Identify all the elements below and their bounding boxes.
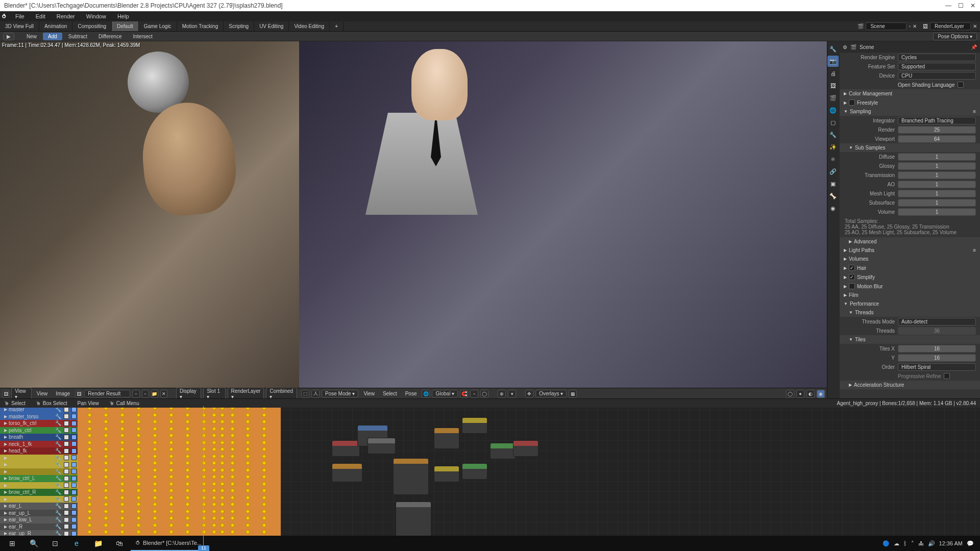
- keyframe[interactable]: [136, 522, 141, 528]
- keyframe[interactable]: [212, 516, 217, 521]
- channel-label[interactable]: ▶neck_1_fk🔧: [0, 441, 78, 448]
- keyframe[interactable]: [212, 426, 217, 431]
- dope-channel-row[interactable]: ▶head_fk🔧: [0, 447, 281, 455]
- section-hair[interactable]: ▶Hair: [840, 263, 980, 272]
- keyframe[interactable]: [104, 509, 109, 514]
- keyframe[interactable]: [202, 426, 207, 431]
- keyframe[interactable]: [185, 495, 190, 500]
- keyframe[interactable]: [153, 467, 158, 472]
- channel-track[interactable]: [78, 516, 281, 523]
- keyframe[interactable]: [169, 461, 174, 466]
- keyframe[interactable]: [169, 530, 174, 535]
- channel-label[interactable]: ▶🔧: [0, 455, 78, 462]
- img-image-label[interactable]: Image: [53, 391, 73, 396]
- dope-channel-row[interactable]: ▶ear_L🔧: [0, 503, 281, 510]
- gizmo-icon[interactable]: ✥: [525, 390, 533, 398]
- keyframe[interactable]: [220, 495, 225, 500]
- keyframe[interactable]: [220, 522, 225, 528]
- armature-icon[interactable]: 人: [311, 390, 320, 398]
- keyframe[interactable]: [246, 447, 251, 452]
- freestyle-checkbox[interactable]: [849, 99, 855, 106]
- subsurface-field[interactable]: 1: [898, 199, 976, 207]
- keyframe[interactable]: [136, 509, 141, 514]
- keyframe[interactable]: [87, 412, 92, 417]
- editor-type-3d-icon[interactable]: ⬚: [301, 390, 309, 398]
- section-subsamples[interactable]: ▼Sub Samples: [840, 143, 980, 152]
- dope-channel-row[interactable]: ▶breath🔧: [0, 434, 281, 441]
- keyframe[interactable]: [246, 502, 251, 507]
- keyframe[interactable]: [104, 412, 109, 417]
- keyframe[interactable]: [87, 502, 92, 507]
- img-view-label[interactable]: View: [34, 391, 51, 396]
- keyframe[interactable]: [212, 530, 217, 535]
- keyframe[interactable]: [153, 474, 158, 480]
- prop-edit-icon[interactable]: ◯: [480, 390, 488, 398]
- xray-icon[interactable]: ▦: [569, 390, 577, 398]
- section-light-paths[interactable]: ▶Light Paths≡: [840, 246, 980, 255]
- keyframe[interactable]: [169, 412, 174, 417]
- keyframe[interactable]: [169, 522, 174, 528]
- keyframe[interactable]: [202, 447, 207, 452]
- orientation-icon[interactable]: 🌐: [422, 390, 430, 398]
- keyframe[interactable]: [169, 454, 174, 459]
- keyframe[interactable]: [230, 530, 235, 535]
- keyframe[interactable]: [202, 502, 207, 507]
- channel-track[interactable]: [78, 496, 281, 503]
- keyframe[interactable]: [185, 488, 190, 493]
- keyframe[interactable]: [246, 440, 251, 445]
- keyframe[interactable]: [202, 474, 207, 480]
- tray-onedrive-icon[interactable]: ☁: [894, 540, 899, 547]
- keyframe[interactable]: [262, 488, 267, 493]
- channel-track[interactable]: [78, 482, 281, 489]
- keyframe[interactable]: [230, 433, 235, 438]
- keyframe[interactable]: [87, 516, 92, 521]
- channel-label[interactable]: ▶ear_low_L🔧: [0, 516, 78, 523]
- keyframe[interactable]: [87, 481, 92, 486]
- tab-scene-icon[interactable]: 🎬: [827, 92, 839, 104]
- keyframe[interactable]: [212, 522, 217, 528]
- channel-label[interactable]: ▶torso_fk_ctrl🔧: [0, 420, 78, 427]
- keyframe[interactable]: [87, 419, 92, 424]
- tool-add[interactable]: Add: [43, 33, 62, 40]
- section-freestyle[interactable]: ▶Freestyle: [840, 98, 980, 107]
- channel-label[interactable]: ▶🔧: [0, 468, 78, 475]
- channel-track[interactable]: [78, 461, 281, 468]
- keyframe[interactable]: [230, 488, 235, 493]
- keyframe[interactable]: [87, 522, 92, 528]
- keyframe[interactable]: [87, 530, 92, 535]
- channel-track[interactable]: [78, 447, 281, 455]
- pivot-icon[interactable]: ⊕: [498, 390, 506, 398]
- keyframe[interactable]: [153, 447, 158, 452]
- tab-viewlayer-icon[interactable]: 🖼: [827, 80, 839, 91]
- diffuse-field[interactable]: 1: [898, 153, 976, 161]
- dope-channel-row[interactable]: ▶pelvis_ctrl🔧: [0, 427, 281, 434]
- keyframe[interactable]: [246, 474, 251, 480]
- render-engine-dropdown[interactable]: Cycles: [898, 54, 976, 61]
- keyframe[interactable]: [104, 426, 109, 431]
- 3d-view-menu[interactable]: View: [360, 391, 378, 396]
- keyframe[interactable]: [246, 481, 251, 486]
- play-icon[interactable]: ▶: [3, 33, 14, 40]
- hair-checkbox[interactable]: [849, 265, 855, 271]
- shading-rendered-icon[interactable]: ◉: [817, 390, 825, 398]
- keyframe[interactable]: [153, 488, 158, 493]
- renderlayer-close-icon[interactable]: ✕: [973, 23, 977, 29]
- keyframe[interactable]: [104, 433, 109, 438]
- keyframe[interactable]: [262, 481, 267, 486]
- keyframe[interactable]: [104, 502, 109, 507]
- tab-output-icon[interactable]: 🖨: [827, 68, 839, 79]
- store-icon[interactable]: 🛍: [109, 536, 130, 551]
- keyframe[interactable]: [262, 461, 267, 466]
- shading-solid-icon[interactable]: ●: [796, 390, 804, 398]
- keyframe[interactable]: [87, 495, 92, 500]
- keyframe[interactable]: [230, 509, 235, 514]
- keyframe[interactable]: [136, 412, 141, 417]
- keyframe[interactable]: [212, 419, 217, 424]
- keyframe[interactable]: [185, 502, 190, 507]
- keyframe[interactable]: [220, 433, 225, 438]
- tool-new[interactable]: New: [21, 33, 42, 40]
- channel-track[interactable]: [78, 475, 281, 482]
- keyframe[interactable]: [169, 474, 174, 480]
- keyframe[interactable]: [212, 454, 217, 459]
- channel-label[interactable]: ▶🔧: [0, 496, 78, 503]
